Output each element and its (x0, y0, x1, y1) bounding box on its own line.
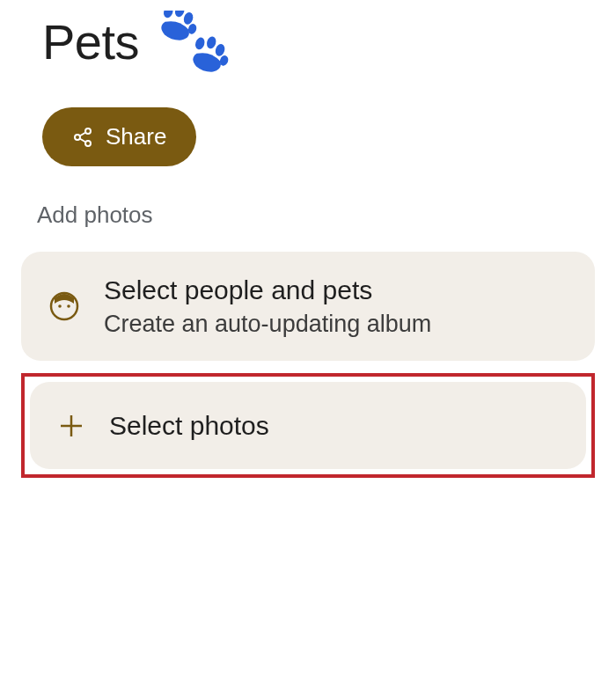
option-people-pets-subtitle: Create an auto-updating album (104, 309, 431, 340)
share-button[interactable]: Share (42, 107, 196, 166)
svg-point-1 (173, 11, 186, 18)
highlight-annotation: Select photos (21, 373, 595, 478)
svg-point-9 (75, 135, 80, 140)
select-photos-option[interactable]: Select photos (30, 382, 586, 469)
option-people-pets-title: Select people and pets (104, 273, 431, 307)
add-photos-label: Add photos (37, 202, 595, 229)
svg-point-5 (205, 35, 217, 49)
svg-line-12 (80, 132, 86, 136)
svg-line-11 (80, 138, 86, 142)
svg-point-6 (214, 43, 226, 57)
share-icon (72, 127, 93, 148)
svg-point-8 (85, 128, 91, 134)
svg-point-2 (182, 11, 194, 26)
option-select-photos-title: Select photos (109, 408, 269, 443)
svg-point-10 (85, 141, 91, 146)
svg-point-0 (162, 11, 174, 19)
paw-prints-icon (150, 11, 229, 72)
svg-point-4 (194, 36, 206, 50)
option-text-group: Select photos (109, 408, 269, 443)
album-title-row: Pets (42, 11, 595, 72)
album-title: Pets (42, 13, 139, 70)
face-icon (49, 291, 79, 321)
svg-point-15 (67, 304, 70, 308)
svg-point-14 (58, 304, 62, 308)
plus-icon (58, 413, 84, 439)
option-text-group: Select people and pets Create an auto-up… (104, 273, 431, 340)
select-people-pets-option[interactable]: Select people and pets Create an auto-up… (21, 252, 595, 361)
share-label: Share (106, 123, 166, 150)
